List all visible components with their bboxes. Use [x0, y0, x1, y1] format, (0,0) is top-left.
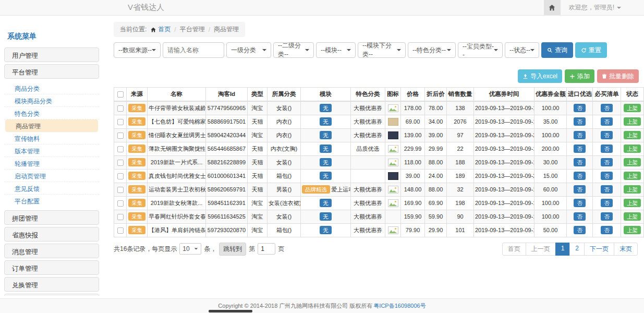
sidebar-item-module-product-category[interactable]: 模块商品分类 [4, 94, 99, 107]
horizontal-scrollbar-thumb[interactable] [209, 310, 252, 312]
sidebar-item-feature-category[interactable]: 特色分类 [4, 107, 99, 119]
status-badge[interactable]: 上架 [624, 226, 641, 235]
select-all-checkbox[interactable] [117, 91, 124, 98]
import-select-toggle[interactable]: 否 [574, 104, 586, 113]
coupon-time-cell: 2019-09-13—2019-09-17 [474, 101, 534, 115]
sidebar-item-platform-mgmt[interactable]: 平台管理 [4, 64, 99, 79]
module-badge[interactable]: 无 [320, 226, 332, 235]
page-number-input[interactable] [258, 243, 275, 255]
sidebar-item-exchange-mgmt[interactable]: 兑换管理 [4, 277, 99, 292]
filter-select-module-sub-category[interactable]: --模块下分类-- [358, 42, 406, 58]
import-select-toggle[interactable]: 否 [574, 212, 586, 221]
module-badge[interactable]: 无 [320, 158, 332, 167]
must-buy-toggle[interactable]: 否 [601, 145, 613, 153]
user-menu[interactable]: 欢迎您，管理员! [561, 3, 644, 12]
sidebar-item-promo-material[interactable]: 宣传物料 [4, 132, 99, 145]
must-buy-toggle[interactable]: 否 [601, 172, 613, 180]
pager-item[interactable]: 末页 [614, 243, 638, 256]
filter-select-level2-category[interactable]: --二级分类-- [273, 42, 314, 58]
must-buy-toggle[interactable]: 否 [601, 158, 613, 167]
must-buy-toggle[interactable]: 否 [601, 185, 613, 194]
module-badge[interactable]: 无 [320, 117, 332, 126]
module-badge[interactable]: 无 [320, 212, 332, 221]
row-checkbox[interactable] [117, 214, 124, 220]
sidebar-item-clipped-item[interactable] [4, 294, 99, 296]
module-badge[interactable]: 无 [320, 104, 332, 113]
must-buy-toggle[interactable]: 否 [601, 212, 613, 221]
import-excel-button[interactable]: 导入excel [518, 69, 562, 83]
must-buy-toggle[interactable]: 否 [601, 226, 613, 235]
sidebar-item-product-category[interactable]: 商品分类 [4, 82, 99, 94]
column-header: 折后价 [425, 88, 447, 101]
sidebar-item-product-mgmt[interactable]: 商品管理 [5, 119, 98, 132]
row-checkbox[interactable] [117, 187, 124, 193]
must-buy-toggle[interactable]: 否 [601, 131, 613, 140]
pager-item[interactable]: 1 [555, 243, 570, 256]
sidebar-item-message-mgmt[interactable]: 消息管理 [4, 244, 99, 258]
add-button[interactable]: 添加 [565, 69, 594, 83]
filter-select-module[interactable]: --模块-- [316, 42, 356, 58]
status-badge[interactable]: 上架 [624, 158, 641, 167]
batch-delete-button[interactable]: 批量删除 [597, 69, 639, 83]
import-select-toggle[interactable]: 否 [574, 131, 586, 140]
sidebar-item-group-buy-mgmt[interactable]: 拼团管理 [4, 210, 99, 225]
must-buy-toggle[interactable]: 否 [601, 104, 613, 113]
pager-item[interactable]: 上一页 [526, 243, 556, 256]
filter-select-data-source[interactable]: --数据来源-- [114, 42, 161, 58]
query-button[interactable]: 查询 [541, 42, 573, 58]
sidebar-item-carousel-mgmt[interactable]: 轮播管理 [4, 157, 99, 170]
status-badge[interactable]: 上架 [624, 212, 641, 221]
must-buy-toggle[interactable]: 否 [601, 117, 613, 126]
filter-select-product-type[interactable]: --宝贝类型-- [458, 42, 503, 58]
row-checkbox[interactable] [117, 105, 124, 112]
status-badge[interactable]: 上架 [624, 104, 641, 113]
row-checkbox[interactable] [117, 133, 124, 139]
filter-select-status[interactable]: --状态-- [505, 42, 539, 58]
import-select-toggle[interactable]: 否 [574, 117, 586, 126]
import-select-toggle[interactable]: 否 [574, 145, 586, 153]
row-checkbox[interactable] [117, 173, 124, 179]
row-checkbox[interactable] [117, 200, 124, 207]
sidebar-item-express-news[interactable]: 省惠快报 [4, 227, 99, 242]
import-select-toggle[interactable]: 否 [574, 172, 586, 180]
status-badge[interactable]: 上架 [624, 185, 641, 194]
sales-count-cell: 138 [447, 101, 474, 115]
icp-link[interactable]: 粤ICP备16098006号 [373, 302, 426, 310]
per-page-select[interactable]: 10 [179, 243, 201, 255]
row-checkbox[interactable] [117, 119, 124, 125]
filter-select-level1-category[interactable]: 一级分类 [226, 42, 271, 58]
sidebar-item-version-mgmt[interactable]: 版本管理 [4, 145, 99, 157]
jump-to-button[interactable]: 跳转到 [219, 243, 246, 256]
import-select-toggle[interactable]: 否 [574, 199, 586, 208]
row-checkbox[interactable] [117, 146, 124, 152]
sidebar-item-order-mgmt[interactable]: 订单管理 [4, 260, 99, 275]
reset-button[interactable]: 重置 [575, 42, 607, 58]
row-checkbox[interactable] [117, 227, 124, 234]
module-badge[interactable]: 无 [320, 172, 332, 180]
module-badge[interactable]: 无 [320, 199, 332, 208]
sidebar-item-feedback[interactable]: 意见反馈 [4, 182, 99, 195]
pager-item[interactable]: 首页 [502, 243, 526, 256]
status-badge[interactable]: 上架 [624, 117, 641, 126]
sidebar-item-platform-config[interactable]: 平台配置 [4, 195, 99, 207]
breadcrumb-home-link[interactable]: 首页 [150, 25, 171, 34]
import-select-toggle[interactable]: 否 [574, 158, 586, 167]
status-badge[interactable]: 上架 [624, 199, 641, 208]
status-badge[interactable]: 上架 [624, 172, 641, 180]
status-badge[interactable]: 上架 [624, 131, 641, 140]
must-buy-toggle[interactable]: 否 [601, 199, 613, 208]
row-checkbox[interactable] [117, 160, 124, 166]
status-badge[interactable]: 上架 [624, 145, 641, 153]
filter-input-name[interactable] [163, 42, 224, 58]
sidebar-item-user-mgmt[interactable]: 用户管理 [4, 47, 99, 62]
import-select-toggle[interactable]: 否 [574, 226, 586, 235]
filter-select-feature-category[interactable]: --特色分类-- [408, 42, 456, 58]
pager-item[interactable]: 2 [569, 243, 585, 256]
sidebar-item-splash-page-mgmt[interactable]: 启动页管理 [4, 170, 99, 182]
pager-item[interactable]: 下一页 [584, 243, 614, 256]
import-select-toggle[interactable]: 否 [574, 185, 586, 194]
module-badge[interactable]: 品牌精选 [302, 185, 330, 194]
module-badge[interactable]: 无 [320, 131, 332, 140]
module-badge[interactable]: 无 [320, 145, 332, 153]
home-button[interactable] [544, 0, 561, 15]
